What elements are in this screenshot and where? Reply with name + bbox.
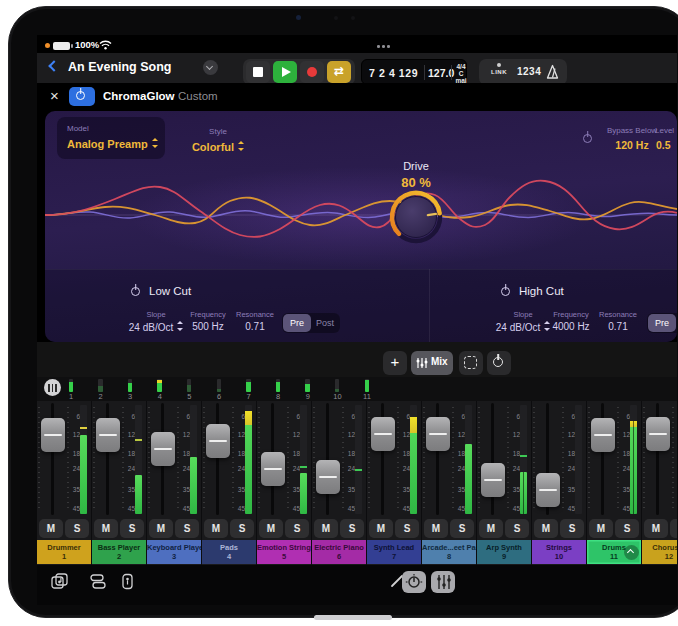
master-button[interactable] bbox=[44, 379, 61, 396]
fader-handle[interactable] bbox=[371, 417, 395, 451]
browser-icon[interactable] bbox=[89, 573, 106, 590]
low-cut-power-icon[interactable] bbox=[131, 287, 140, 296]
track-label[interactable]: Keyboard Player3 bbox=[147, 540, 201, 564]
nav-track-3[interactable]: 3 bbox=[120, 377, 140, 401]
lcd-display[interactable]: 7 2 4 129 127.0 4/4 C maj bbox=[361, 59, 467, 85]
cycle-button[interactable]: ⇄ bbox=[327, 61, 351, 83]
fader-handle[interactable] bbox=[96, 418, 120, 452]
mute-button[interactable]: M bbox=[204, 519, 228, 538]
fader-handle[interactable] bbox=[481, 463, 505, 497]
nav-track-7[interactable]: 7 bbox=[239, 377, 259, 401]
nav-track-6[interactable]: 6 bbox=[209, 377, 229, 401]
track-label[interactable]: Electric Piano6 bbox=[312, 540, 366, 564]
close-plugin-button[interactable]: × bbox=[50, 87, 59, 104]
fader-handle[interactable] bbox=[316, 460, 340, 494]
mute-button[interactable]: M bbox=[589, 519, 613, 538]
mixer-power-button[interactable] bbox=[487, 351, 511, 375]
plugin-power-button[interactable] bbox=[69, 87, 95, 106]
loop-browser-icon[interactable] bbox=[51, 573, 69, 590]
nav-track-2[interactable]: 2 bbox=[91, 377, 111, 401]
track-label[interactable]: Bass Player2 bbox=[92, 540, 146, 564]
mute-button[interactable]: M bbox=[39, 519, 63, 538]
pre-button[interactable]: Pre bbox=[283, 314, 311, 332]
solo-button[interactable]: S bbox=[615, 519, 639, 538]
fader-track[interactable] bbox=[491, 403, 494, 515]
drive-knob[interactable] bbox=[386, 187, 446, 247]
mix-view-button[interactable]: Mix bbox=[411, 351, 453, 375]
nav-track-10[interactable]: 10 bbox=[327, 377, 347, 401]
mute-button[interactable]: M bbox=[314, 519, 338, 538]
record-button[interactable] bbox=[300, 61, 324, 83]
fader-handle[interactable] bbox=[426, 417, 450, 451]
home-indicator[interactable] bbox=[314, 615, 392, 620]
track-label[interactable]: Strings10 bbox=[532, 540, 586, 564]
track-label[interactable]: Arcade...eet Pad8 bbox=[422, 540, 476, 564]
high-cut-power-icon[interactable] bbox=[501, 287, 510, 296]
solo-button[interactable]: S bbox=[395, 519, 419, 538]
mute-button[interactable]: M bbox=[534, 519, 558, 538]
bypass-power-icon[interactable] bbox=[583, 134, 592, 143]
fader-handle[interactable] bbox=[151, 432, 175, 466]
faders-view-button[interactable] bbox=[431, 571, 455, 593]
solo-button[interactable]: S bbox=[340, 519, 364, 538]
track-label[interactable]: Emotion Strings5 bbox=[257, 540, 311, 564]
controls-view-button[interactable] bbox=[402, 571, 426, 593]
plugins-icon[interactable] bbox=[121, 573, 134, 590]
model-selector[interactable]: Model Analog Preamp bbox=[57, 117, 165, 159]
multitasking-dots-icon[interactable] bbox=[377, 45, 393, 48]
play-button[interactable] bbox=[273, 61, 297, 83]
mute-button[interactable]: M bbox=[369, 519, 393, 538]
fader-handle[interactable] bbox=[41, 418, 65, 452]
solo-button[interactable]: S bbox=[285, 519, 309, 538]
post-button[interactable]: Post bbox=[676, 314, 677, 332]
track-label[interactable]: Chorus V12 bbox=[642, 540, 677, 564]
mute-button[interactable]: M bbox=[424, 519, 448, 538]
stop-button[interactable] bbox=[246, 61, 270, 83]
nav-track-5[interactable]: 5 bbox=[179, 377, 199, 401]
link-button[interactable]: LINK bbox=[487, 63, 511, 75]
mute-button[interactable]: M bbox=[479, 519, 503, 538]
collapse-button[interactable] bbox=[624, 545, 639, 560]
back-button[interactable] bbox=[48, 60, 59, 71]
nav-track-9[interactable]: 9 bbox=[298, 377, 318, 401]
nav-track-1[interactable]: 1 bbox=[61, 377, 81, 401]
level-value[interactable]: 0.5 bbox=[656, 139, 677, 151]
solo-button[interactable]: S bbox=[450, 519, 474, 538]
solo-button[interactable]: S bbox=[670, 519, 677, 538]
track-label[interactable]: Synth Lead7 bbox=[367, 540, 421, 564]
plugin-preset[interactable]: Custom bbox=[178, 90, 218, 102]
song-menu-button[interactable] bbox=[203, 60, 218, 75]
fader-track[interactable] bbox=[326, 403, 329, 515]
fader-track[interactable] bbox=[216, 403, 219, 515]
nav-track-8[interactable]: 8 bbox=[268, 377, 288, 401]
count-in-button[interactable]: 1234 bbox=[517, 66, 541, 77]
post-button[interactable]: Post bbox=[311, 314, 339, 332]
track-label[interactable]: Drummer1 bbox=[37, 540, 91, 564]
song-title[interactable]: An Evening Song bbox=[68, 60, 171, 74]
fader-handle[interactable] bbox=[261, 452, 285, 486]
track-label[interactable]: Pads4 bbox=[202, 540, 256, 564]
mute-button[interactable]: M bbox=[149, 519, 173, 538]
mute-button[interactable]: M bbox=[644, 519, 668, 538]
solo-button[interactable]: S bbox=[230, 519, 254, 538]
solo-button[interactable]: S bbox=[505, 519, 529, 538]
track-label[interactable]: Arp Synth9 bbox=[477, 540, 531, 564]
fader-handle[interactable] bbox=[206, 424, 230, 458]
fader-handle[interactable] bbox=[591, 418, 615, 452]
solo-button[interactable]: S bbox=[65, 519, 89, 538]
style-selector[interactable]: Style Colorful bbox=[175, 117, 261, 159]
pre-button[interactable]: Pre bbox=[648, 314, 676, 332]
add-track-button[interactable]: + bbox=[383, 351, 407, 375]
nav-track-11[interactable]: 11 bbox=[357, 377, 377, 401]
solo-button[interactable]: S bbox=[120, 519, 144, 538]
copy-settings-button[interactable] bbox=[459, 351, 483, 375]
high-cut-resonance[interactable]: 0.71 bbox=[580, 321, 656, 332]
track-label[interactable]: Drums11 bbox=[587, 540, 641, 564]
solo-button[interactable]: S bbox=[560, 519, 584, 538]
fader-handle[interactable] bbox=[536, 473, 560, 507]
mute-button[interactable]: M bbox=[259, 519, 283, 538]
fader-handle[interactable] bbox=[646, 417, 670, 451]
mute-button[interactable]: M bbox=[94, 519, 118, 538]
nav-track-4[interactable]: 4 bbox=[150, 377, 170, 401]
metronome-icon[interactable] bbox=[545, 64, 560, 80]
